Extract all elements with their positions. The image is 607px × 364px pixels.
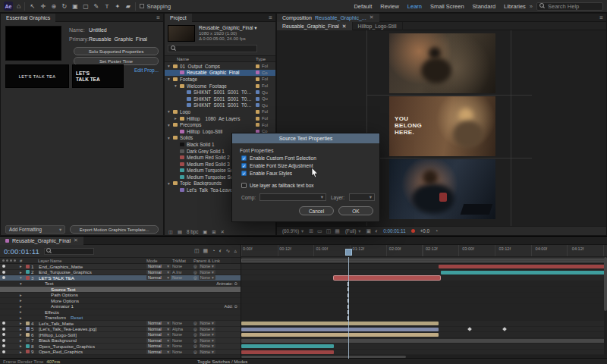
- type-tool-icon[interactable]: T: [103, 3, 110, 10]
- twirl-icon[interactable]: ▸: [20, 327, 26, 331]
- column-header-parent[interactable]: Parent & Link: [193, 259, 241, 263]
- layer-name[interactable]: LET'S TALK TEA: [39, 275, 74, 281]
- timeline-layer-row[interactable]: ▸ 9 Open_Red_Graphics Normal▾ None ◎None…: [0, 350, 241, 356]
- rotate-tool-icon[interactable]: ↻: [61, 3, 68, 10]
- draft-3d-icon[interactable]: ▦: [203, 248, 209, 254]
- item-label[interactable]: SHIKNT_S001_S001_T006.mp4: [193, 89, 254, 95]
- brush-tool-icon[interactable]: ✦: [114, 3, 121, 10]
- home-icon[interactable]: ⌂: [17, 2, 20, 10]
- close-icon[interactable]: ✕: [370, 14, 374, 20]
- project-item[interactable]: ▸ Hilltop__1080_Ae Layers Fol: [165, 115, 275, 122]
- pixel-aspect-icon[interactable]: ◐: [375, 228, 378, 234]
- blend-mode-dropdown[interactable]: Normal▾: [146, 275, 171, 280]
- blend-mode-dropdown[interactable]: Normal▾: [146, 338, 171, 343]
- ok-button[interactable]: OK: [338, 206, 373, 215]
- fast-previews-icon[interactable]: ◔: [435, 228, 438, 234]
- twirl-icon[interactable]: ▾: [168, 123, 173, 127]
- add-formatting-dropdown[interactable]: Add Formatting▾: [5, 225, 65, 234]
- tab-composition[interactable]: CompositionReusable_Graphic_...✕: [277, 14, 379, 22]
- timeline-track-lane[interactable]: [241, 304, 607, 310]
- twirl-icon[interactable]: ▾: [168, 181, 173, 186]
- visibility-eye-icon[interactable]: [2, 322, 5, 325]
- parent-pickwhip-icon[interactable]: ◎: [193, 350, 197, 354]
- layer-name[interactable]: Animator 1: [39, 303, 74, 309]
- timeline-track-lane[interactable]: [241, 350, 607, 356]
- panel-menu-icon[interactable]: ≡: [156, 14, 163, 21]
- layer-color-chip[interactable]: [26, 315, 30, 319]
- workspace-tab[interactable]: Learn: [407, 3, 422, 10]
- timeline-track-lane[interactable]: [241, 344, 607, 350]
- layer-color-chip[interactable]: [26, 327, 30, 331]
- panel-menu-icon[interactable]: ≡: [269, 14, 275, 21]
- timeline-track-lane[interactable]: [241, 287, 607, 293]
- twirl-icon[interactable]: ▸: [20, 304, 26, 309]
- parent-dropdown[interactable]: None▾: [199, 332, 215, 337]
- column-header-name[interactable]: Name: [165, 57, 256, 61]
- parent-dropdown[interactable]: None▾: [199, 321, 215, 325]
- parent-dropdown[interactable]: None▾: [199, 270, 215, 275]
- grid-guides-icon[interactable]: ⊞: [309, 228, 313, 234]
- item-label[interactable]: Hilltop__1080_Ae Layers: [187, 116, 254, 121]
- dialog-title[interactable]: Source Text Properties: [232, 133, 379, 143]
- visibility-eye-icon[interactable]: [2, 276, 5, 279]
- camera-view-icon[interactable]: ▣: [366, 228, 372, 234]
- proxy-icon[interactable]: ▤: [178, 229, 182, 234]
- layer-color-chip[interactable]: [26, 276, 30, 280]
- track-matte-dropdown[interactable]: None: [172, 264, 193, 268]
- checkbox-checked-icon[interactable]: ✓: [241, 155, 247, 161]
- item-label[interactable]: 01_Output_Comps: [180, 64, 254, 69]
- layer-name[interactable]: [Let's_Talk_Tea-Leaves.jpg]: [39, 326, 96, 331]
- twirl-icon[interactable]: ▾: [168, 136, 173, 140]
- layer-color-chip[interactable]: [26, 293, 30, 297]
- layer-duration-bar[interactable]: [334, 276, 440, 280]
- fallback-text-box-checkbox-row[interactable]: Use layer as fallback text box: [241, 183, 314, 188]
- parent-dropdown[interactable]: None▾: [199, 327, 215, 331]
- item-label[interactable]: SHIKNT_S001_S001_T036.mp4: [193, 102, 254, 108]
- timeline-graph-area[interactable]: 0:00f00:12f01:00f01:12f02:00f02:12f03:00…: [241, 245, 607, 359]
- parent-pickwhip-icon[interactable]: ◎: [193, 270, 197, 275]
- column-header-mode[interactable]: Mode: [146, 259, 172, 263]
- track-matte-dropdown[interactable]: None: [172, 332, 193, 337]
- color-depth-toggle[interactable]: 8 bpc: [187, 229, 198, 234]
- project-item[interactable]: ▾ 01_Output_Comps Fol: [165, 63, 275, 70]
- blend-mode-dropdown[interactable]: Normal▾: [146, 344, 171, 348]
- comp-tab-hilltop-logo-still[interactable]: Hilltop_Logo-Still: [353, 22, 403, 30]
- export-motion-graphics-template-button[interactable]: Export Motion Graphics Template...: [70, 225, 159, 234]
- workspace-overflow-icon[interactable]: »: [530, 3, 533, 10]
- hand-tool-icon[interactable]: ✛: [39, 3, 46, 10]
- timeline-track-lane[interactable]: [241, 321, 607, 327]
- motion-blur-icon[interactable]: ∿: [226, 248, 231, 254]
- timeline-track-lane[interactable]: [241, 315, 607, 322]
- parent-dropdown[interactable]: None▾: [199, 338, 215, 343]
- primary-comp-dropdown[interactable]: Reusable_Graphic_Final: [89, 36, 147, 42]
- timeline-track-lane[interactable]: [241, 264, 607, 270]
- snapping-control[interactable]: Snapping: [140, 3, 171, 10]
- twirl-icon[interactable]: ▾: [168, 77, 173, 81]
- timeline-search-field[interactable]: [44, 248, 94, 255]
- delete-icon[interactable]: ✕: [221, 229, 225, 234]
- project-item[interactable]: ▾ Footage Fol: [165, 76, 275, 83]
- checkbox-checked-icon[interactable]: ✓: [241, 163, 247, 168]
- close-icon[interactable]: ✕: [74, 237, 78, 243]
- enable-faux-styles-checkbox-row[interactable]: ✓Enable Faux Styles: [241, 171, 292, 176]
- label-color-chip[interactable]: [256, 64, 259, 68]
- layer-name[interactable]: More Options: [39, 298, 79, 303]
- visibility-eye-icon[interactable]: [2, 265, 5, 268]
- item-label[interactable]: Precomps: [180, 122, 254, 127]
- parent-pickwhip-icon[interactable]: ◎: [193, 327, 197, 331]
- visibility-eye-icon[interactable]: [2, 271, 5, 274]
- parent-pickwhip-icon[interactable]: ◎: [193, 338, 197, 343]
- resolution-dropdown[interactable]: (Full)▾: [345, 228, 361, 234]
- item-label[interactable]: Footage: [180, 77, 254, 82]
- text-preview-thumbnail[interactable]: LET'S TALK TEA: [5, 64, 69, 88]
- layer-name[interactable]: End_Turquoise_Graphics: [39, 269, 92, 275]
- blend-mode-dropdown[interactable]: Normal▾: [146, 327, 171, 331]
- project-item[interactable]: SHIKNT_S001_S001_T006.mp4 Qu: [165, 89, 275, 96]
- layer-name[interactable]: Transform: [39, 315, 66, 320]
- track-matte-dropdown[interactable]: None: [172, 344, 193, 348]
- exposure-value[interactable]: +0.0: [420, 228, 429, 234]
- layer-color-chip[interactable]: [26, 281, 30, 285]
- label-color-chip[interactable]: [256, 71, 259, 74]
- current-time-display[interactable]: 0:00:01:11: [4, 247, 39, 256]
- comp-dropdown[interactable]: ▾: [259, 193, 326, 201]
